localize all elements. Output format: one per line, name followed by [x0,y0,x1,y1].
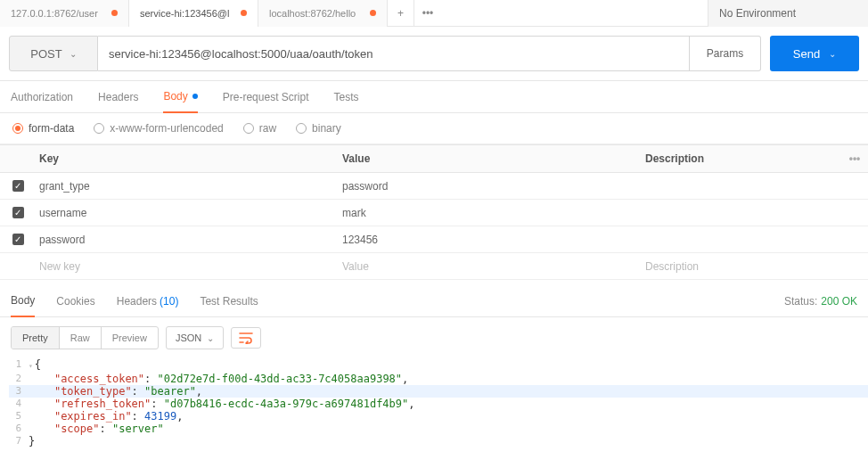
table-header: Key Value Description ••• [0,144,868,173]
resp-tab-body[interactable]: Body [11,285,35,317]
table-row[interactable]: ✓ grant_type password [0,173,868,200]
cell-value[interactable]: 123456 [339,234,642,246]
radio-raw[interactable]: raw [243,122,276,135]
params-button[interactable]: Params [690,36,761,71]
resp-tab-tests[interactable]: Test Results [200,285,258,317]
col-key: Key [36,152,339,165]
dirty-dot-icon [241,10,247,16]
view-mode-group: Pretty Raw Preview [11,326,159,349]
row-checkbox[interactable]: ✓ [12,234,24,245]
table-row[interactable]: ✓ username mark [0,200,868,226]
tab-prerequest[interactable]: Pre-request Script [223,81,309,113]
radio-binary[interactable]: binary [296,122,341,135]
row-checkbox[interactable]: ✓ [12,180,24,192]
body-types: form-data x-www-form-urlencoded raw bina… [0,113,868,144]
chevron-down-icon: ⌄ [829,49,836,59]
cell-value[interactable]: mark [339,207,642,219]
environment-select[interactable]: No Environment [708,0,868,27]
tab-tests[interactable]: Tests [333,81,358,113]
tab-authorization[interactable]: Authorization [11,81,73,113]
tab-overflow-button[interactable]: ••• [414,0,441,27]
add-tab-button[interactable]: + [388,0,414,27]
wrap-icon [239,332,253,344]
cell-value[interactable]: password [339,180,642,193]
tab-body[interactable]: Body [163,81,197,113]
new-value[interactable]: Value [339,260,642,273]
new-key[interactable]: New key [36,260,339,273]
response-body[interactable]: 1▾{2 "access_token": "02d72e7d-f00d-43dd… [0,358,868,447]
cell-key[interactable]: username [36,207,339,219]
formdata-table: Key Value Description ••• ✓ grant_type p… [0,144,868,280]
cell-key[interactable]: password [36,234,339,246]
chevron-down-icon: ⌄ [207,333,214,343]
resp-tab-cookies[interactable]: Cookies [56,285,94,317]
cell-key[interactable]: grant_type [36,180,339,193]
body-active-dot-icon [192,94,198,99]
tab-headers[interactable]: Headers [98,81,138,113]
radio-formdata[interactable]: form-data [12,122,74,135]
method-select[interactable]: POST⌄ [9,36,98,71]
top-bar: 127.0.0.1:8762/user service-hi:123456@l … [0,0,868,27]
tab-2[interactable]: localhost:8762/hello [258,0,388,27]
view-preview[interactable]: Preview [102,327,158,349]
new-desc[interactable]: Description [642,260,841,273]
dirty-dot-icon [111,10,118,16]
request-tabs: Authorization Headers Body Pre-request S… [0,81,868,113]
col-description: Description [642,152,841,165]
chevron-down-icon: ⌄ [70,49,77,59]
table-row[interactable]: ✓ password 123456 [0,226,868,253]
table-row-new[interactable]: New key Value Description [0,253,868,280]
view-pretty[interactable]: Pretty [12,327,60,349]
col-value: Value [339,152,642,165]
tabs-row: 127.0.0.1:8762/user service-hi:123456@l … [0,0,441,26]
url-input[interactable] [98,36,690,71]
view-raw[interactable]: Raw [60,327,102,349]
format-select[interactable]: JSON⌄ [166,326,224,349]
dirty-dot-icon [370,10,376,16]
tab-0[interactable]: 127.0.0.1:8762/user [0,0,129,27]
status-info: Status:200 OK [784,295,857,308]
status-code: 200 OK [821,295,857,308]
wrap-lines-button[interactable] [231,327,261,349]
row-checkbox[interactable]: ✓ [12,207,24,218]
tab-1[interactable]: service-hi:123456@l [129,0,258,27]
resp-tab-headers[interactable]: Headers(10) [117,285,179,317]
viewer-bar: Pretty Raw Preview JSON⌄ [0,317,868,358]
radio-urlencoded[interactable]: x-www-form-urlencoded [94,122,223,135]
table-more-icon[interactable]: ••• [841,152,868,165]
send-button[interactable]: Send⌄ [770,36,859,71]
request-row: POST⌄ Params Send⌄ [0,27,868,81]
response-tabs: Body Cookies Headers(10) Test Results St… [0,285,868,317]
